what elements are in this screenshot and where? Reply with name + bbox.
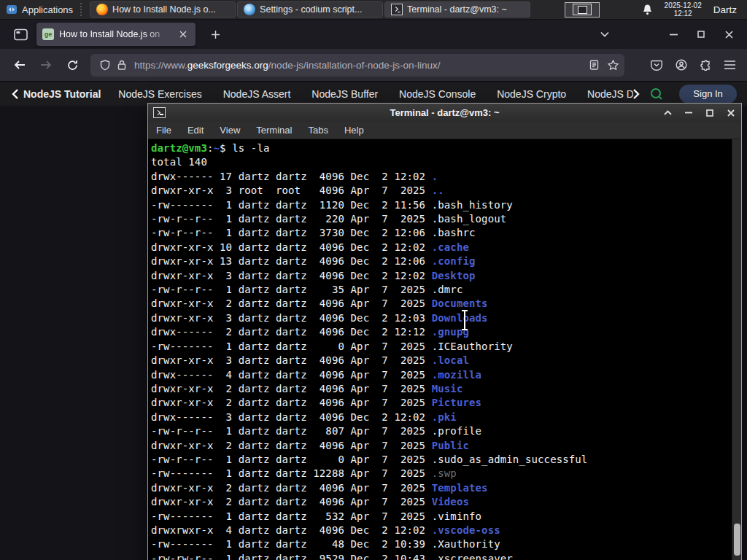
forward-button[interactable]: [35, 54, 57, 76]
applications-label: Applications: [22, 4, 73, 15]
terminal-icon: [391, 4, 403, 15]
list-all-tabs-icon[interactable]: [594, 25, 616, 44]
extensions-icon[interactable]: [700, 60, 711, 71]
site-nav-item[interactable]: NodeJS Console: [399, 88, 476, 100]
ls-filename: Music: [432, 383, 463, 394]
ls-columns: drwxr-xr-x 2 dartz dartz 4096 Apr 7 2025: [151, 383, 432, 394]
tab-close-icon[interactable]: [177, 28, 190, 41]
ls-filename: .xscreensaver: [432, 553, 513, 560]
terminal-title-bar[interactable]: Terminal - dartz@vm3: ~: [148, 104, 741, 122]
terminal-scrollbar[interactable]: [732, 139, 741, 560]
ls-columns: -rw-rw-r-- 1 dartz dartz 9529 Dec 2 10:4…: [151, 553, 432, 560]
terminal-output[interactable]: dartz@vm3:~$ ls -la total 140drwx------ …: [148, 139, 741, 560]
ls-filename: .viminfo: [432, 510, 481, 522]
terminal-menu-edit[interactable]: Edit: [179, 125, 212, 136]
taskbar-window-list: How to Install Node.js o...Settings - co…: [89, 0, 531, 19]
prompt-dollar: $: [220, 142, 232, 154]
site-nav-back-label: NodeJS Tutorial: [23, 88, 101, 100]
terminal-output-line: drwxr-xr-x 2 dartz dartz 4096 Apr 7 2025…: [151, 382, 728, 396]
browser-tab-active[interactable]: ge How to Install Node.js on: [36, 23, 196, 46]
ls-filename: .cache: [432, 241, 469, 253]
new-tab-button[interactable]: [206, 25, 225, 44]
ls-filename: .vscode-oss: [432, 524, 500, 536]
ls-columns: -rw------- 1 dartz dartz 1120 Dec 2 11:5…: [151, 199, 432, 211]
taskbar-window-button[interactable]: Terminal - dartz@vm3: ~: [384, 1, 530, 18]
terminal-menu-help[interactable]: Help: [336, 125, 372, 136]
terminal-window: Terminal - dartz@vm3: ~ FileEditViewTerm…: [147, 103, 742, 560]
ls-filename: .mozilla: [432, 369, 481, 381]
terminal-menu-tabs[interactable]: Tabs: [300, 125, 336, 136]
terminal-menu-terminal[interactable]: Terminal: [248, 125, 300, 136]
back-button[interactable]: [9, 54, 31, 76]
terminal-output-line: drwx------ 4 dartz dartz 4096 Apr 7 2025…: [151, 368, 728, 382]
terminal-prompt-line: dartz@vm3:~$ ls -la: [151, 141, 728, 155]
maximize-button[interactable]: [690, 25, 712, 44]
ls-columns: -rw------- 1 dartz dartz 48 Dec 2 10:39: [151, 538, 432, 550]
ls-columns: -rw------- 1 dartz dartz 532 Apr 7 2025: [151, 510, 432, 522]
ls-columns: -rw------- 1 dartz dartz 0 Apr 7 2025: [151, 341, 432, 352]
ls-columns: drwxr-xr-x 3 dartz dartz 4096 Apr 7 2025: [151, 354, 432, 366]
applications-menu-button[interactable]: Applications: [0, 0, 88, 19]
site-nav-item[interactable]: NodeJS Assert: [223, 88, 291, 100]
ls-columns: -rw------- 1 dartz dartz 12288 Apr 7 202…: [151, 467, 432, 479]
url-bar[interactable]: https://www.geeksforgeeks.org/node-js/in…: [90, 54, 624, 77]
lock-icon[interactable]: [117, 60, 126, 70]
terminal-output-line: drwxr-xr-x 2 dartz dartz 4096 Apr 7 2025…: [151, 439, 728, 453]
taskbar-window-title: How to Install Node.js o...: [112, 4, 216, 15]
ls-filename: Documents: [432, 298, 488, 309]
ls-columns: drwxr-xr-x 2 dartz dartz 4096 Apr 7 2025: [151, 496, 432, 508]
terminal-menu-view[interactable]: View: [212, 125, 248, 136]
terminal-output-line: -rw------- 1 dartz dartz 0 Apr 7 2025 .I…: [151, 340, 728, 354]
account-icon[interactable]: [676, 59, 687, 71]
terminal-output-line: drwxr-xr-x 3 root root 4096 Apr 7 2025 .…: [151, 184, 728, 198]
tracking-shield-icon[interactable]: [100, 60, 110, 71]
terminal-menu-file[interactable]: File: [148, 125, 179, 136]
shade-button[interactable]: [662, 108, 673, 118]
ls-filename: .bash_logout: [432, 213, 507, 225]
ls-filename: .: [432, 171, 438, 182]
site-nav-scroll-right-icon[interactable]: [633, 89, 640, 99]
tab-title: How to Install Node.js on: [59, 29, 177, 39]
site-search-icon[interactable]: [650, 88, 663, 101]
ibeam-mouse-cursor: [460, 309, 470, 331]
site-nav-item[interactable]: NodeJS DNS: [587, 88, 633, 100]
geeksforgeeks-favicon: ge: [42, 28, 54, 40]
terminal-close-button[interactable]: [726, 108, 736, 118]
taskbar-window-button[interactable]: How to Install Node.js o...: [90, 1, 236, 18]
menu-hamburger-icon[interactable]: [724, 61, 735, 69]
sign-in-button[interactable]: Sign In: [679, 85, 737, 104]
ls-columns: -rw-r--r-- 1 dartz dartz 35 Apr 7 2025: [151, 284, 432, 295]
site-nav-item[interactable]: NodeJS Exercises: [118, 88, 201, 100]
taskbar-window-button[interactable]: Settings - codium script...: [237, 1, 383, 18]
clock[interactable]: 2025-12-02 12:12: [665, 1, 702, 18]
ls-filename: .dmrc: [432, 284, 463, 295]
site-nav-item[interactable]: NodeJS Buffer: [311, 88, 378, 100]
user-menu[interactable]: Dartz: [713, 4, 737, 15]
bookmark-star-icon[interactable]: [608, 60, 619, 70]
ls-columns: drwx------ 4 dartz dartz 4096 Apr 7 2025: [151, 369, 432, 381]
prompt-cwd: ~: [214, 142, 220, 154]
ls-filename: .sudo_as_admin_successful: [432, 454, 588, 465]
terminal-output-line: drwxr-xr-x 2 dartz dartz 4096 Apr 7 2025…: [151, 396, 728, 410]
terminal-output-line: drwxr-xr-x 3 dartz dartz 4096 Dec 2 12:0…: [151, 311, 728, 325]
terminal-output-line: -rw------- 1 dartz dartz 12288 Apr 7 202…: [151, 467, 728, 481]
terminal-output-line: -rw-r--r-- 1 dartz dartz 807 Apr 7 2025 …: [151, 424, 728, 438]
ls-filename: .local: [432, 354, 469, 366]
terminal-minimize-button[interactable]: [684, 108, 694, 118]
ls-columns: -rw-r--r-- 1 dartz dartz 3730 Dec 2 12:0…: [151, 227, 432, 238]
close-button[interactable]: [718, 25, 740, 44]
reader-mode-icon[interactable]: [589, 60, 599, 70]
reload-button[interactable]: [61, 54, 83, 76]
firefox-view-icon[interactable]: [10, 24, 31, 44]
notification-bell-icon[interactable]: [642, 4, 653, 15]
terminal-output-line: drwx------ 3 dartz dartz 4096 Dec 2 12:0…: [151, 411, 728, 424]
site-nav-item[interactable]: NodeJS Crypto: [497, 88, 566, 100]
pocket-icon[interactable]: [651, 60, 662, 71]
terminal-maximize-button[interactable]: [705, 108, 715, 118]
panel-status-area: 2025-12-02 12:12 Dartz: [642, 1, 747, 18]
terminal-scrollbar-thumb[interactable]: [734, 524, 740, 556]
terminal-output-line: drwxr-xr-x 3 dartz dartz 4096 Dec 2 12:0…: [151, 269, 728, 283]
minimize-button[interactable]: [662, 25, 684, 44]
site-nav-back-item[interactable]: NodeJS Tutorial: [12, 88, 101, 100]
workspace-switcher[interactable]: [565, 2, 600, 18]
